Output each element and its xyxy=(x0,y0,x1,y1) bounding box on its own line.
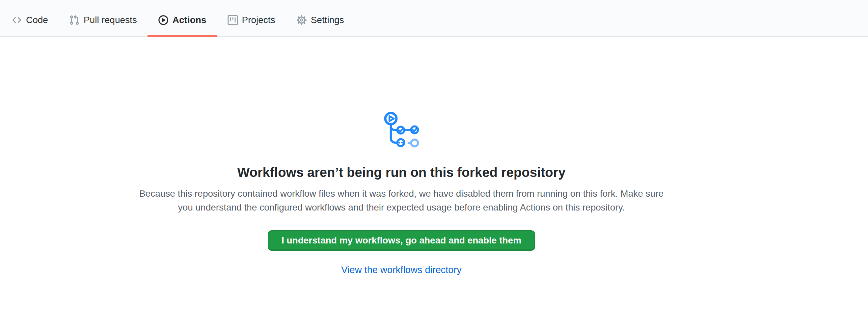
tab-label: Actions xyxy=(173,15,207,25)
tab-label: Settings xyxy=(311,15,344,25)
view-workflows-link[interactable]: View the workflows directory xyxy=(341,265,461,275)
tab-projects[interactable]: Projects xyxy=(217,0,286,37)
play-icon xyxy=(158,15,168,25)
tab-pull-requests[interactable]: Pull requests xyxy=(59,0,148,37)
tab-label: Pull requests xyxy=(84,15,137,25)
blankslate-description: Because this repository contained workfl… xyxy=(131,187,672,215)
underline-nav: Code Pull requests Actions xyxy=(0,0,868,37)
blankslate-heading: Workflows aren’t being run on this forke… xyxy=(237,164,565,180)
code-icon xyxy=(11,15,22,25)
tab-code[interactable]: Code xyxy=(1,0,59,37)
enable-workflows-button[interactable]: I understand my workflows, go ahead and … xyxy=(268,230,535,251)
actions-workflow-icon xyxy=(383,111,420,149)
project-icon xyxy=(227,15,238,25)
tab-label: Code xyxy=(26,15,48,25)
actions-disabled-blankslate: Workflows aren’t being run on this forke… xyxy=(0,37,803,275)
gear-icon xyxy=(297,15,307,25)
repo-tab-nav: Code Pull requests Actions xyxy=(0,0,868,37)
tab-settings[interactable]: Settings xyxy=(286,0,354,37)
git-pull-request-icon xyxy=(69,15,80,25)
tab-actions[interactable]: Actions xyxy=(148,0,217,37)
tab-label: Projects xyxy=(242,15,275,25)
